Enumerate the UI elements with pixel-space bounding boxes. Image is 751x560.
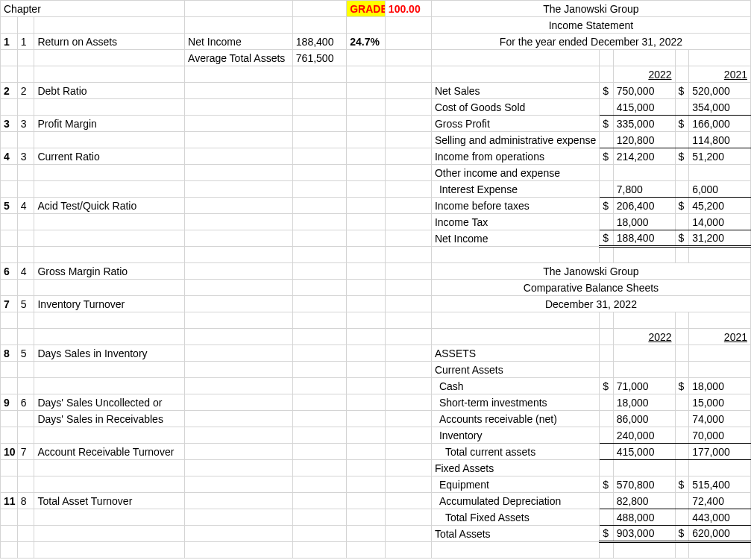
is-col-2022: 2022 <box>613 66 675 83</box>
is-cogs-label: Cost of Goods Sold <box>431 99 599 116</box>
is-pretax-label: Income before taxes <box>431 198 599 214</box>
ratio-1-val1[interactable]: 188,400 <box>292 34 346 50</box>
is-sga-label: Selling and administrative expense <box>431 132 599 148</box>
ratio-11-name: Total Asset Turnover <box>34 493 185 509</box>
is-gp-label: Gross Profit <box>431 116 599 132</box>
bs-equip-label: Equipment <box>431 476 599 493</box>
bs-period: December 31, 2022 <box>431 296 750 312</box>
bs-sti-label: Short-term investments <box>431 394 599 411</box>
ratio-10-name: Account Receivable Turnover <box>34 444 185 460</box>
ratio-5-name: Acid Test/Quick Ratio <box>34 198 185 214</box>
ratio-3-name: Profit Margin <box>34 116 185 132</box>
bs-cash-label: Cash <box>431 378 599 394</box>
bs-assets-hdr: ASSETS <box>431 345 599 362</box>
ratio-1-name: Return on Assets <box>34 34 185 50</box>
ratio-1-calc1[interactable]: Net Income <box>185 34 293 50</box>
bs-col-2021: 2021 <box>689 329 751 345</box>
bs-inv-label: Inventory <box>431 427 599 444</box>
is-intexp-label: Interest Expense <box>431 181 599 198</box>
is-other-label: Other income and expense <box>431 165 599 181</box>
bs-ta-label: Total Assets <box>431 526 599 542</box>
bs-ar-label: Accounts receivable (net) <box>431 411 599 427</box>
ratio-9-name2: Days' Sales in Receivables <box>34 411 185 427</box>
is-company: The Janowski Group <box>431 1 750 17</box>
bs-accdep-label: Accumulated Depreciation <box>431 493 599 509</box>
ratio-1-chap: 1 <box>17 34 34 50</box>
is-ni-label: Net Income <box>431 230 599 247</box>
bs-company: The Janowski Group <box>431 263 750 280</box>
is-period: For the year ended December 31, 2022 <box>431 34 750 50</box>
ratio-8-name: Days Sales in Inventory <box>34 345 185 362</box>
chapter-label: Chapter <box>1 1 185 17</box>
ratio-1-calc2[interactable]: Average Total Assets <box>185 50 293 66</box>
ratio-7-name: Inventory Turnover <box>34 296 185 312</box>
bs-title: Comparative Balance Sheets <box>431 280 750 296</box>
is-opinc-label: Income from operations <box>431 148 599 165</box>
grade-value: 100.00 <box>385 1 431 17</box>
ratio-9-name: Days' Sales Uncollected or <box>34 394 185 411</box>
is-title: Income Statement <box>431 17 750 34</box>
bs-ca-hdr: Current Assets <box>431 362 599 378</box>
spreadsheet: Chapter GRADE 100.00 The Janowski Group … <box>0 0 751 559</box>
grade-label: GRADE <box>347 1 386 17</box>
ratio-1-pct: 24.7% <box>347 34 386 50</box>
is-netsales-label: Net Sales <box>431 83 599 99</box>
bs-tca-label: Total current assets <box>431 444 599 460</box>
ratio-1-val2[interactable]: 761,500 <box>292 50 346 66</box>
bs-fa-hdr: Fixed Assets <box>431 460 599 476</box>
bs-col-2022: 2022 <box>613 329 675 345</box>
bs-tfa-label: Total Fixed Assets <box>431 509 599 526</box>
ratio-2-name: Debt Ratio <box>34 83 185 99</box>
ratio-1-num: 1 <box>1 34 18 50</box>
is-col-2021: 2021 <box>689 66 751 83</box>
ratio-6-name: Gross Margin Ratio <box>34 263 185 280</box>
ratio-4-name: Current Ratio <box>34 148 185 165</box>
is-tax-label: Income Tax <box>431 214 599 230</box>
